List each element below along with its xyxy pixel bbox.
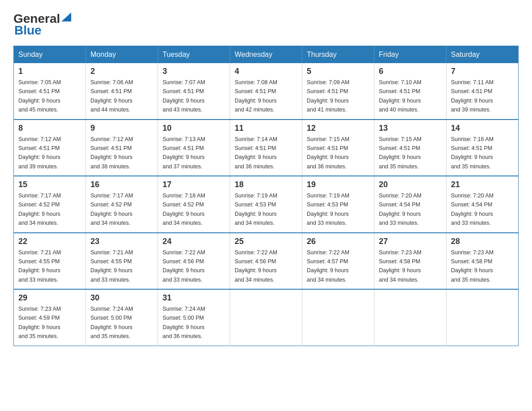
day-number: 5 — [307, 67, 369, 76]
weekday-header-monday: Monday — [86, 46, 158, 64]
calendar-cell: 22 Sunrise: 7:21 AMSunset: 4:55 PMDaylig… — [14, 233, 86, 290]
day-number: 8 — [18, 124, 81, 133]
day-number: 18 — [235, 180, 297, 189]
calendar-week-row: 29 Sunrise: 7:23 AMSunset: 4:59 PMDaylig… — [14, 289, 519, 346]
calendar-cell: 31 Sunrise: 7:24 AMSunset: 5:00 PMDaylig… — [158, 289, 230, 346]
calendar-cell: 16 Sunrise: 7:17 AMSunset: 4:52 PMDaylig… — [86, 176, 158, 233]
day-number: 23 — [90, 237, 153, 246]
calendar-cell: 17 Sunrise: 7:18 AMSunset: 4:52 PMDaylig… — [158, 176, 230, 233]
calendar-cell: 13 Sunrise: 7:15 AMSunset: 4:51 PMDaylig… — [374, 120, 446, 176]
day-number: 25 — [235, 237, 297, 246]
day-number: 12 — [307, 124, 369, 133]
day-number: 3 — [163, 67, 225, 76]
day-number: 16 — [90, 180, 153, 189]
day-info: Sunrise: 7:12 AMSunset: 4:51 PMDaylight:… — [90, 136, 133, 170]
calendar-cell: 12 Sunrise: 7:15 AMSunset: 4:51 PMDaylig… — [302, 120, 374, 176]
day-number: 15 — [18, 180, 81, 189]
day-number: 19 — [307, 180, 369, 189]
calendar-cell — [302, 289, 374, 346]
day-info: Sunrise: 7:20 AMSunset: 4:54 PMDaylight:… — [451, 193, 493, 226]
calendar-cell — [230, 289, 302, 346]
calendar-cell: 1 Sunrise: 7:05 AMSunset: 4:51 PMDayligh… — [14, 63, 86, 120]
day-number: 10 — [163, 124, 225, 133]
day-info: Sunrise: 7:10 AMSunset: 4:51 PMDaylight:… — [379, 79, 421, 113]
calendar-cell: 10 Sunrise: 7:13 AMSunset: 4:51 PMDaylig… — [158, 120, 230, 176]
weekday-header-row: SundayMondayTuesdayWednesdayThursdayFrid… — [14, 46, 519, 64]
day-info: Sunrise: 7:22 AMSunset: 4:56 PMDaylight:… — [163, 249, 205, 283]
weekday-header-tuesday: Tuesday — [158, 46, 230, 64]
calendar-cell: 25 Sunrise: 7:22 AMSunset: 4:56 PMDaylig… — [230, 233, 302, 290]
day-info: Sunrise: 7:08 AMSunset: 4:51 PMDaylight:… — [235, 79, 277, 113]
day-number: 13 — [379, 124, 442, 133]
day-number: 22 — [18, 237, 81, 246]
day-info: Sunrise: 7:20 AMSunset: 4:54 PMDaylight:… — [379, 193, 421, 226]
day-info: Sunrise: 7:06 AMSunset: 4:51 PMDaylight:… — [90, 79, 133, 113]
day-number: 7 — [451, 67, 514, 76]
day-number: 17 — [163, 180, 225, 189]
day-number: 26 — [307, 237, 369, 246]
calendar-cell: 30 Sunrise: 7:24 AMSunset: 5:00 PMDaylig… — [86, 289, 158, 346]
logo: General Blue — [13, 9, 71, 38]
day-info: Sunrise: 7:23 AMSunset: 4:58 PMDaylight:… — [451, 249, 493, 283]
day-info: Sunrise: 7:14 AMSunset: 4:51 PMDaylight:… — [235, 136, 277, 170]
day-info: Sunrise: 7:23 AMSunset: 4:59 PMDaylight:… — [18, 306, 61, 339]
calendar-cell: 4 Sunrise: 7:08 AMSunset: 4:51 PMDayligh… — [230, 63, 302, 120]
svg-marker-0 — [61, 13, 71, 21]
calendar-week-row: 22 Sunrise: 7:21 AMSunset: 4:55 PMDaylig… — [14, 233, 519, 290]
calendar-cell: 19 Sunrise: 7:19 AMSunset: 4:53 PMDaylig… — [302, 176, 374, 233]
day-number: 9 — [90, 124, 153, 133]
day-info: Sunrise: 7:05 AMSunset: 4:51 PMDaylight:… — [18, 79, 61, 113]
calendar-cell: 15 Sunrise: 7:17 AMSunset: 4:52 PMDaylig… — [14, 176, 86, 233]
calendar-cell: 18 Sunrise: 7:19 AMSunset: 4:53 PMDaylig… — [230, 176, 302, 233]
calendar-cell: 6 Sunrise: 7:10 AMSunset: 4:51 PMDayligh… — [374, 63, 446, 120]
calendar-week-row: 8 Sunrise: 7:12 AMSunset: 4:51 PMDayligh… — [14, 120, 519, 176]
day-info: Sunrise: 7:24 AMSunset: 5:00 PMDaylight:… — [163, 306, 205, 339]
day-info: Sunrise: 7:17 AMSunset: 4:52 PMDaylight:… — [18, 193, 61, 226]
weekday-header-friday: Friday — [374, 46, 446, 64]
calendar-cell: 26 Sunrise: 7:22 AMSunset: 4:57 PMDaylig… — [302, 233, 374, 290]
calendar-cell: 5 Sunrise: 7:09 AMSunset: 4:51 PMDayligh… — [302, 63, 374, 120]
day-number: 30 — [90, 293, 153, 303]
calendar-cell: 8 Sunrise: 7:12 AMSunset: 4:51 PMDayligh… — [14, 120, 86, 176]
page-header: General Blue — [13, 9, 519, 38]
day-number: 21 — [451, 180, 514, 189]
day-number: 20 — [379, 180, 442, 189]
calendar-cell: 2 Sunrise: 7:06 AMSunset: 4:51 PMDayligh… — [86, 63, 158, 120]
day-number: 1 — [18, 67, 81, 76]
day-info: Sunrise: 7:15 AMSunset: 4:51 PMDaylight:… — [307, 136, 349, 170]
day-info: Sunrise: 7:21 AMSunset: 4:55 PMDaylight:… — [18, 249, 61, 283]
day-number: 14 — [451, 124, 514, 133]
day-info: Sunrise: 7:11 AMSunset: 4:51 PMDaylight:… — [451, 79, 493, 113]
logo-triangle-icon — [61, 13, 71, 21]
day-number: 31 — [163, 293, 225, 303]
logo-blue-text: Blue — [13, 23, 42, 38]
day-info: Sunrise: 7:22 AMSunset: 4:57 PMDaylight:… — [307, 249, 349, 283]
calendar-cell: 29 Sunrise: 7:23 AMSunset: 4:59 PMDaylig… — [14, 289, 86, 346]
calendar-week-row: 15 Sunrise: 7:17 AMSunset: 4:52 PMDaylig… — [14, 176, 519, 233]
calendar-cell: 9 Sunrise: 7:12 AMSunset: 4:51 PMDayligh… — [86, 120, 158, 176]
calendar-cell: 14 Sunrise: 7:16 AMSunset: 4:51 PMDaylig… — [446, 120, 519, 176]
calendar-cell: 28 Sunrise: 7:23 AMSunset: 4:58 PMDaylig… — [446, 233, 519, 290]
calendar-cell: 3 Sunrise: 7:07 AMSunset: 4:51 PMDayligh… — [158, 63, 230, 120]
calendar-cell: 21 Sunrise: 7:20 AMSunset: 4:54 PMDaylig… — [446, 176, 519, 233]
day-info: Sunrise: 7:12 AMSunset: 4:51 PMDaylight:… — [18, 136, 61, 170]
day-info: Sunrise: 7:24 AMSunset: 5:00 PMDaylight:… — [90, 306, 133, 339]
calendar-week-row: 1 Sunrise: 7:05 AMSunset: 4:51 PMDayligh… — [14, 63, 519, 120]
day-info: Sunrise: 7:07 AMSunset: 4:51 PMDaylight:… — [163, 79, 205, 113]
weekday-header-thursday: Thursday — [302, 46, 374, 64]
day-info: Sunrise: 7:23 AMSunset: 4:58 PMDaylight:… — [379, 249, 421, 283]
day-number: 6 — [379, 67, 442, 76]
calendar-table: SundayMondayTuesdayWednesdayThursdayFrid… — [13, 46, 519, 346]
calendar-cell: 20 Sunrise: 7:20 AMSunset: 4:54 PMDaylig… — [374, 176, 446, 233]
day-info: Sunrise: 7:13 AMSunset: 4:51 PMDaylight:… — [163, 136, 205, 170]
calendar-cell — [446, 289, 519, 346]
day-info: Sunrise: 7:19 AMSunset: 4:53 PMDaylight:… — [307, 193, 349, 226]
calendar-cell: 11 Sunrise: 7:14 AMSunset: 4:51 PMDaylig… — [230, 120, 302, 176]
calendar-cell: 24 Sunrise: 7:22 AMSunset: 4:56 PMDaylig… — [158, 233, 230, 290]
weekday-header-sunday: Sunday — [14, 46, 86, 64]
day-number: 2 — [90, 67, 153, 76]
day-number: 4 — [235, 67, 297, 76]
day-number: 24 — [163, 237, 225, 246]
day-number: 28 — [451, 237, 514, 246]
day-info: Sunrise: 7:19 AMSunset: 4:53 PMDaylight:… — [235, 193, 277, 226]
